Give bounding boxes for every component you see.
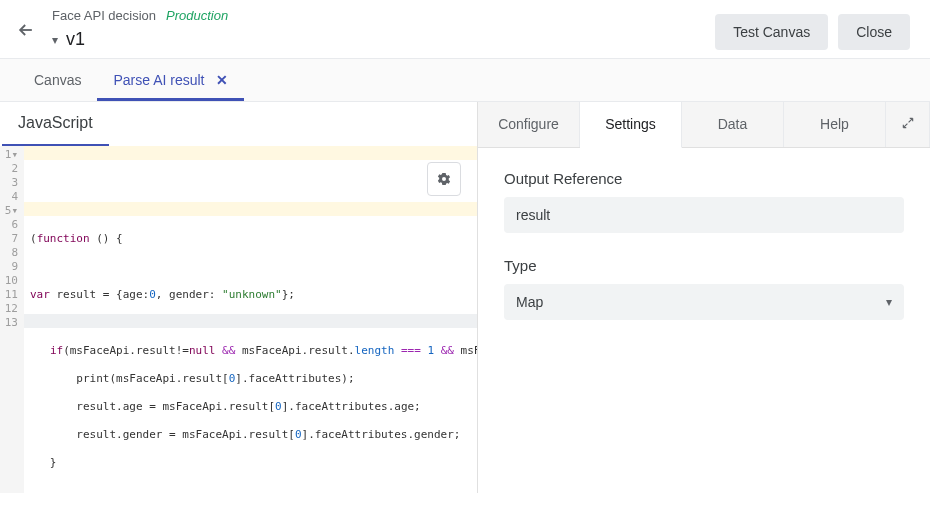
version-label: v1 <box>66 29 85 50</box>
test-canvas-button[interactable]: Test Canvas <box>715 14 828 50</box>
breadcrumb: Face API decision Production <box>52 8 715 23</box>
code-area[interactable]: (function () { var result = {age:0, gend… <box>24 146 477 493</box>
main: JavaScript 1▾2345▾678910111213 (function… <box>0 102 930 493</box>
right-tabs: Configure Settings Data Help <box>478 102 930 148</box>
settings-gear-button[interactable] <box>427 162 461 196</box>
code-editor[interactable]: 1▾2345▾678910111213 (function () { var r… <box>0 146 477 493</box>
output-ref-label: Output Reference <box>504 170 904 187</box>
version-selector[interactable]: ▾ v1 <box>52 29 715 50</box>
properties-panel: Configure Settings Data Help Output Refe… <box>478 102 930 493</box>
header: Face API decision Production ▾ v1 Test C… <box>0 0 930 58</box>
header-actions: Test Canvas Close <box>715 14 910 50</box>
env-badge: Production <box>166 8 228 23</box>
code-panel: JavaScript 1▾2345▾678910111213 (function… <box>0 102 478 493</box>
tab-label: Parse AI result <box>113 72 204 88</box>
chevron-down-icon: ▾ <box>52 33 58 47</box>
tab-help[interactable]: Help <box>784 102 886 147</box>
collapse-panel-button[interactable] <box>886 102 930 147</box>
line-gutter: 1▾2345▾678910111213 <box>0 146 24 493</box>
tab-settings[interactable]: Settings <box>580 102 682 148</box>
subheader-tabs: Canvas Parse AI result ✕ <box>0 58 930 102</box>
tab-data[interactable]: Data <box>682 102 784 147</box>
close-button[interactable]: Close <box>838 14 910 50</box>
type-select-wrap: Map ▾ <box>504 284 904 320</box>
header-main: Face API decision Production ▾ v1 <box>52 8 715 50</box>
tab-configure[interactable]: Configure <box>478 102 580 147</box>
page-title: Face API decision <box>52 8 156 23</box>
close-tab-icon[interactable]: ✕ <box>216 72 228 88</box>
type-label: Type <box>504 257 904 274</box>
tab-parse-ai-result[interactable]: Parse AI result ✕ <box>97 60 244 100</box>
tab-canvas[interactable]: Canvas <box>18 60 97 100</box>
output-ref-input[interactable] <box>504 197 904 233</box>
back-arrow-icon[interactable] <box>16 20 36 46</box>
settings-body: Output Reference Type Map ▾ <box>478 148 930 342</box>
language-tab[interactable]: JavaScript <box>2 102 109 146</box>
type-select[interactable]: Map <box>504 284 904 320</box>
